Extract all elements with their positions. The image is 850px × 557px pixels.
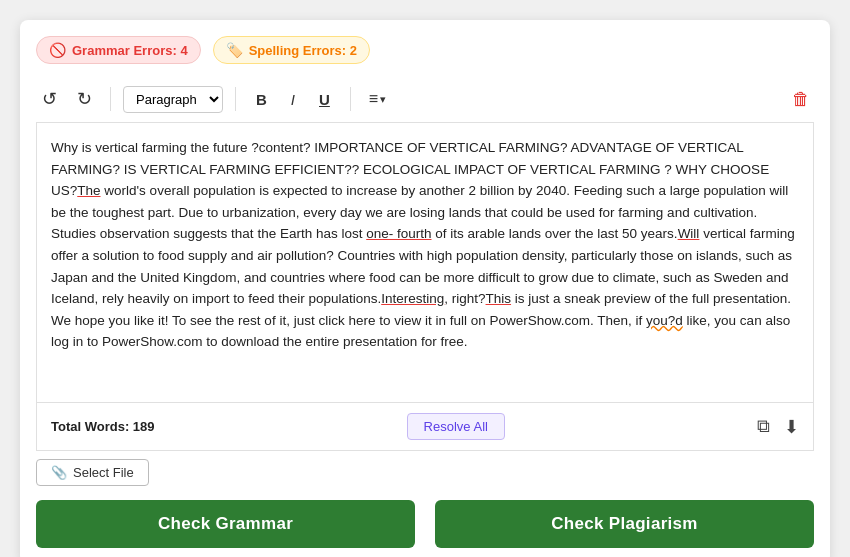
grammar-errors-badge: 🚫 Grammar Errors: 4 [36, 36, 201, 64]
align-chevron-icon: ▾ [380, 93, 386, 106]
align-button[interactable]: ≡ ▾ [363, 86, 392, 112]
paragraph-style-select[interactable]: Paragraph Heading 1 Heading 2 Heading 3 [123, 86, 223, 113]
spelling-errors-badge: 🏷️ Spelling Errors: 2 [213, 36, 370, 64]
footer-icons-group: ⧉ ⬇ [757, 416, 799, 438]
check-plagiarism-button[interactable]: Check Plagiarism [435, 500, 814, 548]
select-file-row: 📎 Select File [36, 451, 814, 496]
align-icon: ≡ [369, 90, 378, 108]
error-badges-row: 🚫 Grammar Errors: 4 🏷️ Spelling Errors: … [36, 36, 814, 64]
copy-icon-button[interactable]: ⧉ [757, 416, 770, 437]
bold-button[interactable]: B [248, 87, 275, 112]
spelling-errors-label: Spelling Errors: 2 [249, 43, 357, 58]
text-editor[interactable]: Why is vertical farming the future ?cont… [36, 123, 814, 403]
toolbar-divider-1 [110, 87, 111, 111]
editor-text-youd: you?d [646, 313, 683, 328]
underline-button[interactable]: U [311, 87, 338, 112]
editor-text-the: The [77, 183, 100, 198]
delete-button[interactable]: 🗑 [788, 85, 814, 114]
editor-text-will: Will [678, 226, 700, 241]
editor-text-5: , right? [444, 291, 485, 306]
check-grammar-button[interactable]: Check Grammar [36, 500, 415, 548]
paperclip-icon: 📎 [51, 465, 67, 480]
main-container: 🚫 Grammar Errors: 4 🏷️ Spelling Errors: … [20, 20, 830, 557]
spelling-error-icon: 🏷️ [226, 42, 243, 58]
action-buttons-row: Check Grammar Check Plagiarism [36, 500, 814, 548]
italic-button[interactable]: I [283, 87, 303, 112]
undo-button[interactable]: ↺ [36, 84, 63, 114]
toolbar-divider-2 [235, 87, 236, 111]
select-file-label: Select File [73, 465, 134, 480]
select-file-button[interactable]: 📎 Select File [36, 459, 149, 486]
editor-toolbar: ↺ ↻ Paragraph Heading 1 Heading 2 Headin… [36, 76, 814, 123]
toolbar-divider-3 [350, 87, 351, 111]
editor-text-this: This [486, 291, 512, 306]
editor-text-interesting: Interesting [381, 291, 444, 306]
editor-text-onefourth: one- fourth [366, 226, 431, 241]
grammar-errors-label: Grammar Errors: 4 [72, 43, 188, 58]
resolve-all-button[interactable]: Resolve All [407, 413, 505, 440]
grammar-error-icon: 🚫 [49, 42, 66, 58]
editor-footer: Total Words: 189 Resolve All ⧉ ⬇ [36, 403, 814, 451]
total-words-label: Total Words: 189 [51, 419, 155, 434]
download-icon-button[interactable]: ⬇ [784, 416, 799, 438]
redo-button[interactable]: ↻ [71, 84, 98, 114]
editor-text-3: of its arable lands over the last 50 yea… [431, 226, 677, 241]
